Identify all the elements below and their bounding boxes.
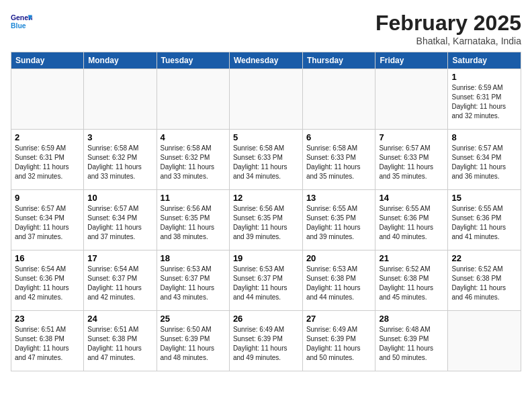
table-row: 16Sunrise: 6:54 AM Sunset: 6:36 PM Dayli… xyxy=(11,250,84,311)
table-row: 10Sunrise: 6:57 AM Sunset: 6:34 PM Dayli… xyxy=(84,190,157,250)
table-row: 12Sunrise: 6:56 AM Sunset: 6:35 PM Dayli… xyxy=(229,190,302,250)
day-info: Sunrise: 6:53 AM Sunset: 6:38 PM Dayligh… xyxy=(306,265,372,302)
day-number: 22 xyxy=(451,253,517,263)
header: General Blue February 2025 Bhatkal, Karn… xyxy=(11,11,521,46)
day-number: 9 xyxy=(15,193,80,203)
day-info: Sunrise: 6:59 AM Sunset: 6:31 PM Dayligh… xyxy=(451,83,517,121)
table-row: 13Sunrise: 6:55 AM Sunset: 6:35 PM Dayli… xyxy=(302,190,375,250)
day-info: Sunrise: 6:55 AM Sunset: 6:36 PM Dayligh… xyxy=(451,204,517,242)
table-row: 26Sunrise: 6:49 AM Sunset: 6:39 PM Dayli… xyxy=(229,311,302,371)
day-info: Sunrise: 6:58 AM Sunset: 6:32 PM Dayligh… xyxy=(161,144,226,181)
col-friday: Friday xyxy=(375,52,448,69)
day-info: Sunrise: 6:52 AM Sunset: 6:38 PM Dayligh… xyxy=(451,265,517,302)
day-number: 18 xyxy=(161,253,226,263)
day-info: Sunrise: 6:57 AM Sunset: 6:34 PM Dayligh… xyxy=(87,204,152,242)
day-number: 20 xyxy=(306,253,372,263)
day-info: Sunrise: 6:57 AM Sunset: 6:33 PM Dayligh… xyxy=(379,144,444,181)
day-number: 19 xyxy=(233,253,299,263)
day-number: 11 xyxy=(161,193,226,203)
day-number: 10 xyxy=(87,193,152,203)
day-info: Sunrise: 6:58 AM Sunset: 6:33 PM Dayligh… xyxy=(233,144,299,181)
day-number: 27 xyxy=(306,314,372,324)
table-row: 22Sunrise: 6:52 AM Sunset: 6:38 PM Dayli… xyxy=(448,250,521,311)
table-row: 17Sunrise: 6:54 AM Sunset: 6:37 PM Dayli… xyxy=(84,250,157,311)
day-info: Sunrise: 6:55 AM Sunset: 6:35 PM Dayligh… xyxy=(306,204,372,242)
day-info: Sunrise: 6:49 AM Sunset: 6:39 PM Dayligh… xyxy=(306,325,372,363)
title-block: February 2025 Bhatkal, Karnataka, India xyxy=(375,11,521,46)
day-info: Sunrise: 6:48 AM Sunset: 6:39 PM Dayligh… xyxy=(379,325,444,363)
day-number: 6 xyxy=(306,132,372,142)
table-row: 6Sunrise: 6:58 AM Sunset: 6:33 PM Daylig… xyxy=(302,130,375,190)
day-info: Sunrise: 6:54 AM Sunset: 6:36 PM Dayligh… xyxy=(15,265,80,302)
day-info: Sunrise: 6:55 AM Sunset: 6:36 PM Dayligh… xyxy=(379,204,444,242)
table-row: 27Sunrise: 6:49 AM Sunset: 6:39 PM Dayli… xyxy=(302,311,375,371)
day-number: 2 xyxy=(15,132,80,142)
table-row xyxy=(157,69,229,130)
table-row xyxy=(448,311,521,371)
month-year: February 2025 xyxy=(375,11,521,36)
calendar-week-row: 2Sunrise: 6:59 AM Sunset: 6:31 PM Daylig… xyxy=(11,130,521,190)
table-row xyxy=(84,69,157,130)
day-number: 23 xyxy=(15,314,80,324)
day-number: 15 xyxy=(451,193,517,203)
table-row: 20Sunrise: 6:53 AM Sunset: 6:38 PM Dayli… xyxy=(302,250,375,311)
day-info: Sunrise: 6:49 AM Sunset: 6:39 PM Dayligh… xyxy=(233,325,299,363)
logo-icon: General Blue xyxy=(11,11,32,32)
day-number: 14 xyxy=(379,193,444,203)
day-info: Sunrise: 6:58 AM Sunset: 6:32 PM Dayligh… xyxy=(87,144,152,181)
day-number: 1 xyxy=(451,72,517,82)
day-number: 21 xyxy=(379,253,444,263)
table-row: 24Sunrise: 6:51 AM Sunset: 6:38 PM Dayli… xyxy=(84,311,157,371)
table-row: 4Sunrise: 6:58 AM Sunset: 6:32 PM Daylig… xyxy=(157,130,229,190)
calendar-week-row: 16Sunrise: 6:54 AM Sunset: 6:36 PM Dayli… xyxy=(11,250,521,311)
day-number: 3 xyxy=(87,132,152,142)
table-row: 14Sunrise: 6:55 AM Sunset: 6:36 PM Dayli… xyxy=(375,190,448,250)
table-row: 19Sunrise: 6:53 AM Sunset: 6:37 PM Dayli… xyxy=(229,250,302,311)
col-monday: Monday xyxy=(84,52,157,69)
day-number: 13 xyxy=(306,193,372,203)
day-number: 12 xyxy=(233,193,299,203)
table-row xyxy=(302,69,375,130)
calendar-week-row: 9Sunrise: 6:57 AM Sunset: 6:34 PM Daylig… xyxy=(11,190,521,250)
table-row xyxy=(229,69,302,130)
day-number: 16 xyxy=(15,253,80,263)
col-wednesday: Wednesday xyxy=(229,52,302,69)
table-row xyxy=(11,69,84,130)
table-row xyxy=(375,69,448,130)
day-number: 24 xyxy=(87,314,152,324)
calendar: Sunday Monday Tuesday Wednesday Thursday… xyxy=(11,52,521,371)
calendar-header-row: Sunday Monday Tuesday Wednesday Thursday… xyxy=(11,52,521,69)
day-number: 17 xyxy=(87,253,152,263)
day-number: 28 xyxy=(379,314,444,324)
table-row: 21Sunrise: 6:52 AM Sunset: 6:38 PM Dayli… xyxy=(375,250,448,311)
day-info: Sunrise: 6:58 AM Sunset: 6:33 PM Dayligh… xyxy=(306,144,372,181)
calendar-week-row: 1Sunrise: 6:59 AM Sunset: 6:31 PM Daylig… xyxy=(11,69,521,130)
logo: General Blue xyxy=(11,11,34,32)
day-info: Sunrise: 6:56 AM Sunset: 6:35 PM Dayligh… xyxy=(161,204,226,242)
col-tuesday: Tuesday xyxy=(157,52,229,69)
day-info: Sunrise: 6:56 AM Sunset: 6:35 PM Dayligh… xyxy=(233,204,299,242)
day-number: 25 xyxy=(161,314,226,324)
table-row: 18Sunrise: 6:53 AM Sunset: 6:37 PM Dayli… xyxy=(157,250,229,311)
table-row: 7Sunrise: 6:57 AM Sunset: 6:33 PM Daylig… xyxy=(375,130,448,190)
table-row: 25Sunrise: 6:50 AM Sunset: 6:39 PM Dayli… xyxy=(157,311,229,371)
day-info: Sunrise: 6:50 AM Sunset: 6:39 PM Dayligh… xyxy=(161,325,226,363)
day-number: 7 xyxy=(379,132,444,142)
table-row: 9Sunrise: 6:57 AM Sunset: 6:34 PM Daylig… xyxy=(11,190,84,250)
col-saturday: Saturday xyxy=(448,52,521,69)
svg-text:Blue: Blue xyxy=(11,22,26,30)
table-row: 8Sunrise: 6:57 AM Sunset: 6:34 PM Daylig… xyxy=(448,130,521,190)
day-info: Sunrise: 6:54 AM Sunset: 6:37 PM Dayligh… xyxy=(87,265,152,302)
calendar-week-row: 23Sunrise: 6:51 AM Sunset: 6:38 PM Dayli… xyxy=(11,311,521,371)
day-info: Sunrise: 6:53 AM Sunset: 6:37 PM Dayligh… xyxy=(161,265,226,302)
day-info: Sunrise: 6:52 AM Sunset: 6:38 PM Dayligh… xyxy=(379,265,444,302)
table-row: 23Sunrise: 6:51 AM Sunset: 6:38 PM Dayli… xyxy=(11,311,84,371)
day-info: Sunrise: 6:53 AM Sunset: 6:37 PM Dayligh… xyxy=(233,265,299,302)
day-number: 8 xyxy=(451,132,517,142)
table-row: 15Sunrise: 6:55 AM Sunset: 6:36 PM Dayli… xyxy=(448,190,521,250)
day-info: Sunrise: 6:51 AM Sunset: 6:38 PM Dayligh… xyxy=(87,325,152,363)
day-info: Sunrise: 6:59 AM Sunset: 6:31 PM Dayligh… xyxy=(15,144,80,181)
table-row: 3Sunrise: 6:58 AM Sunset: 6:32 PM Daylig… xyxy=(84,130,157,190)
day-info: Sunrise: 6:57 AM Sunset: 6:34 PM Dayligh… xyxy=(15,204,80,242)
day-number: 5 xyxy=(233,132,299,142)
